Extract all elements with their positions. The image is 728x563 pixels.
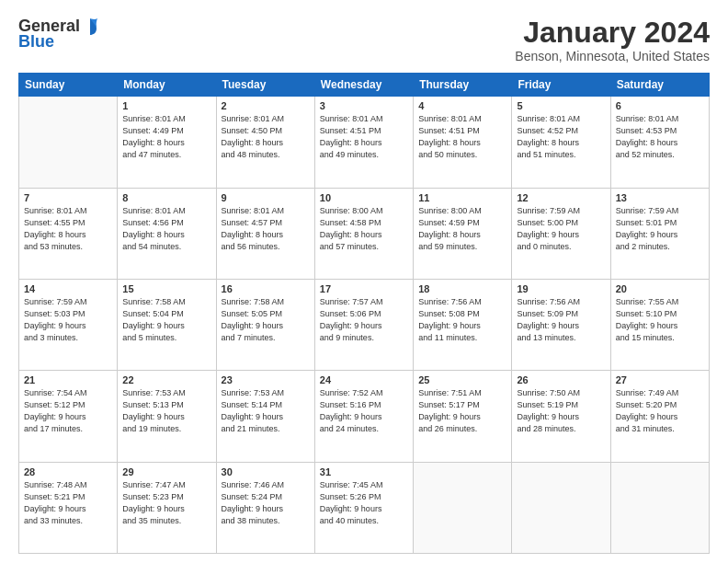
day-header-sunday: Sunday bbox=[19, 74, 118, 97]
day-number: 15 bbox=[122, 283, 210, 294]
calendar-cell: 22Sunrise: 7:53 AM Sunset: 5:13 PM Dayli… bbox=[118, 371, 216, 462]
day-info: Sunrise: 7:58 AM Sunset: 5:04 PM Dayligh… bbox=[122, 296, 210, 344]
day-info: Sunrise: 7:47 AM Sunset: 5:23 PM Dayligh… bbox=[122, 479, 210, 527]
day-number: 19 bbox=[517, 283, 605, 294]
day-info: Sunrise: 7:51 AM Sunset: 5:17 PM Dayligh… bbox=[418, 387, 506, 435]
day-info: Sunrise: 7:59 AM Sunset: 5:00 PM Dayligh… bbox=[517, 205, 605, 253]
calendar-cell: 14Sunrise: 7:59 AM Sunset: 5:03 PM Dayli… bbox=[19, 279, 118, 370]
calendar-cell bbox=[414, 462, 512, 553]
day-info: Sunrise: 7:59 AM Sunset: 5:01 PM Dayligh… bbox=[616, 205, 704, 253]
day-info: Sunrise: 8:01 AM Sunset: 4:50 PM Dayligh… bbox=[222, 113, 310, 161]
calendar-cell: 4Sunrise: 8:01 AM Sunset: 4:51 PM Daylig… bbox=[414, 97, 512, 188]
day-info: Sunrise: 8:01 AM Sunset: 4:57 PM Dayligh… bbox=[222, 205, 310, 253]
calendar-cell: 9Sunrise: 8:01 AM Sunset: 4:57 PM Daylig… bbox=[216, 188, 314, 279]
day-number: 2 bbox=[222, 100, 310, 111]
calendar-cell: 7Sunrise: 8:01 AM Sunset: 4:55 PM Daylig… bbox=[19, 188, 118, 279]
day-number: 23 bbox=[222, 374, 310, 385]
logo: General Blue bbox=[18, 17, 98, 52]
calendar-cell: 2Sunrise: 8:01 AM Sunset: 4:50 PM Daylig… bbox=[216, 97, 314, 188]
header: General Blue January 2024 Benson, Minnes… bbox=[18, 17, 710, 63]
day-info: Sunrise: 8:01 AM Sunset: 4:52 PM Dayligh… bbox=[517, 113, 605, 161]
day-info: Sunrise: 7:49 AM Sunset: 5:20 PM Dayligh… bbox=[616, 387, 704, 435]
day-info: Sunrise: 7:56 AM Sunset: 5:08 PM Dayligh… bbox=[418, 296, 506, 344]
day-header-monday: Monday bbox=[118, 74, 216, 97]
page: General Blue January 2024 Benson, Minnes… bbox=[0, 0, 728, 563]
day-header-thursday: Thursday bbox=[414, 74, 512, 97]
calendar-cell: 18Sunrise: 7:56 AM Sunset: 5:08 PM Dayli… bbox=[414, 279, 512, 370]
day-number: 14 bbox=[24, 283, 112, 294]
calendar-cell bbox=[19, 97, 118, 188]
day-info: Sunrise: 7:48 AM Sunset: 5:21 PM Dayligh… bbox=[24, 479, 112, 527]
calendar-cell: 20Sunrise: 7:55 AM Sunset: 5:10 PM Dayli… bbox=[610, 279, 709, 370]
day-number: 18 bbox=[418, 283, 506, 294]
day-number: 5 bbox=[517, 100, 605, 111]
week-row: 14Sunrise: 7:59 AM Sunset: 5:03 PM Dayli… bbox=[19, 279, 710, 370]
day-number: 31 bbox=[320, 466, 408, 477]
day-info: Sunrise: 8:00 AM Sunset: 4:59 PM Dayligh… bbox=[418, 205, 506, 253]
logo-bird-icon bbox=[82, 17, 98, 37]
calendar-cell: 6Sunrise: 8:01 AM Sunset: 4:53 PM Daylig… bbox=[610, 97, 709, 188]
calendar-cell: 10Sunrise: 8:00 AM Sunset: 4:58 PM Dayli… bbox=[314, 188, 413, 279]
day-info: Sunrise: 7:53 AM Sunset: 5:13 PM Dayligh… bbox=[122, 387, 210, 435]
day-info: Sunrise: 8:01 AM Sunset: 4:55 PM Dayligh… bbox=[24, 205, 112, 253]
calendar-cell: 24Sunrise: 7:52 AM Sunset: 5:16 PM Dayli… bbox=[314, 371, 413, 462]
calendar-cell: 25Sunrise: 7:51 AM Sunset: 5:17 PM Dayli… bbox=[414, 371, 512, 462]
day-number: 8 bbox=[122, 192, 210, 203]
day-number: 25 bbox=[418, 374, 506, 385]
day-number: 4 bbox=[418, 100, 506, 111]
day-number: 16 bbox=[222, 283, 310, 294]
location: Benson, Minnesota, United States bbox=[515, 49, 710, 63]
calendar-cell bbox=[610, 462, 709, 553]
day-info: Sunrise: 7:59 AM Sunset: 5:03 PM Dayligh… bbox=[24, 296, 112, 344]
calendar-cell: 13Sunrise: 7:59 AM Sunset: 5:01 PM Dayli… bbox=[610, 188, 709, 279]
day-header-wednesday: Wednesday bbox=[314, 74, 413, 97]
calendar-cell: 23Sunrise: 7:53 AM Sunset: 5:14 PM Dayli… bbox=[216, 371, 314, 462]
day-number: 22 bbox=[122, 374, 210, 385]
day-info: Sunrise: 7:55 AM Sunset: 5:10 PM Dayligh… bbox=[616, 296, 704, 344]
day-number: 1 bbox=[122, 100, 210, 111]
calendar-cell: 5Sunrise: 8:01 AM Sunset: 4:52 PM Daylig… bbox=[512, 97, 610, 188]
calendar-cell: 11Sunrise: 8:00 AM Sunset: 4:59 PM Dayli… bbox=[414, 188, 512, 279]
day-number: 7 bbox=[24, 192, 112, 203]
day-number: 29 bbox=[122, 466, 210, 477]
day-number: 9 bbox=[222, 192, 310, 203]
week-row: 28Sunrise: 7:48 AM Sunset: 5:21 PM Dayli… bbox=[19, 462, 710, 553]
day-number: 10 bbox=[320, 192, 408, 203]
calendar-cell: 27Sunrise: 7:49 AM Sunset: 5:20 PM Dayli… bbox=[610, 371, 709, 462]
day-number: 28 bbox=[24, 466, 112, 477]
calendar-cell: 28Sunrise: 7:48 AM Sunset: 5:21 PM Dayli… bbox=[19, 462, 118, 553]
day-info: Sunrise: 7:56 AM Sunset: 5:09 PM Dayligh… bbox=[517, 296, 605, 344]
day-info: Sunrise: 8:01 AM Sunset: 4:51 PM Dayligh… bbox=[418, 113, 506, 161]
day-info: Sunrise: 7:54 AM Sunset: 5:12 PM Dayligh… bbox=[24, 387, 112, 435]
calendar-cell: 1Sunrise: 8:01 AM Sunset: 4:49 PM Daylig… bbox=[118, 97, 216, 188]
calendar-cell: 16Sunrise: 7:58 AM Sunset: 5:05 PM Dayli… bbox=[216, 279, 314, 370]
day-info: Sunrise: 8:01 AM Sunset: 4:56 PM Dayligh… bbox=[122, 205, 210, 253]
calendar-cell: 17Sunrise: 7:57 AM Sunset: 5:06 PM Dayli… bbox=[314, 279, 413, 370]
calendar-cell: 3Sunrise: 8:01 AM Sunset: 4:51 PM Daylig… bbox=[314, 97, 413, 188]
day-info: Sunrise: 7:45 AM Sunset: 5:26 PM Dayligh… bbox=[320, 479, 408, 527]
day-number: 12 bbox=[517, 192, 605, 203]
day-info: Sunrise: 8:00 AM Sunset: 4:58 PM Dayligh… bbox=[320, 205, 408, 253]
day-header-saturday: Saturday bbox=[610, 74, 709, 97]
title-area: January 2024 Benson, Minnesota, United S… bbox=[515, 17, 710, 63]
calendar-header-row: SundayMondayTuesdayWednesdayThursdayFrid… bbox=[19, 74, 710, 97]
calendar-cell: 29Sunrise: 7:47 AM Sunset: 5:23 PM Dayli… bbox=[118, 462, 216, 553]
day-info: Sunrise: 8:01 AM Sunset: 4:53 PM Dayligh… bbox=[616, 113, 704, 161]
month-title: January 2024 bbox=[515, 17, 710, 49]
day-number: 26 bbox=[517, 374, 605, 385]
day-info: Sunrise: 7:57 AM Sunset: 5:06 PM Dayligh… bbox=[320, 296, 408, 344]
calendar-cell bbox=[512, 462, 610, 553]
day-info: Sunrise: 7:50 AM Sunset: 5:19 PM Dayligh… bbox=[517, 387, 605, 435]
week-row: 7Sunrise: 8:01 AM Sunset: 4:55 PM Daylig… bbox=[19, 188, 710, 279]
calendar-cell: 21Sunrise: 7:54 AM Sunset: 5:12 PM Dayli… bbox=[19, 371, 118, 462]
calendar-cell: 15Sunrise: 7:58 AM Sunset: 5:04 PM Dayli… bbox=[118, 279, 216, 370]
day-info: Sunrise: 7:58 AM Sunset: 5:05 PM Dayligh… bbox=[222, 296, 310, 344]
day-header-tuesday: Tuesday bbox=[216, 74, 314, 97]
day-number: 13 bbox=[616, 192, 704, 203]
day-number: 20 bbox=[616, 283, 704, 294]
day-info: Sunrise: 7:46 AM Sunset: 5:24 PM Dayligh… bbox=[222, 479, 310, 527]
calendar: SundayMondayTuesdayWednesdayThursdayFrid… bbox=[18, 73, 710, 554]
day-number: 24 bbox=[320, 374, 408, 385]
day-number: 11 bbox=[418, 192, 506, 203]
week-row: 1Sunrise: 8:01 AM Sunset: 4:49 PM Daylig… bbox=[19, 97, 710, 188]
